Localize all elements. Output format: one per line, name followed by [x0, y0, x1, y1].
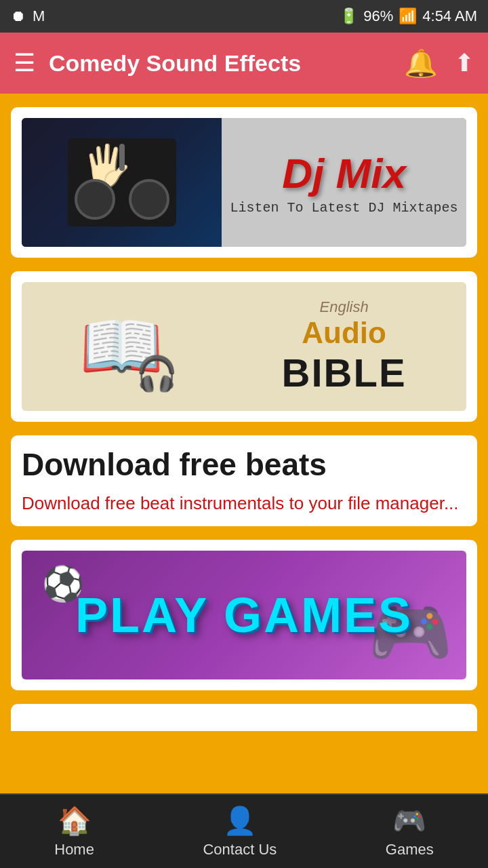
dj-console: 🖐	[68, 138, 176, 226]
header-icons: 🔔 ⬆	[404, 47, 474, 79]
games-banner: ⚽ PLAY GAMES 🎮	[22, 551, 466, 679]
home-icon: 🏠	[58, 805, 92, 837]
bible-title-label: BIBLE	[282, 350, 407, 395]
status-left: ⏺ M	[11, 7, 45, 25]
dj-mix-banner: 🖐 Dj Mix Listen To Latest DJ Mixtapes	[22, 118, 466, 247]
contact-label: Contact Us	[203, 841, 277, 859]
games-title: PLAY GAMES	[75, 587, 413, 643]
gmail-icon: M	[33, 7, 45, 25]
status-right: 🔋 96% 📶 4:54 AM	[340, 7, 477, 25]
dj-mix-card[interactable]: 🖐 Dj Mix Listen To Latest DJ Mixtapes	[11, 107, 477, 258]
dj-mix-left: 🖐	[22, 118, 222, 247]
notification-icon[interactable]: 🔔	[404, 47, 438, 79]
battery-icon: 🔋	[340, 7, 358, 25]
dj-mix-title: Dj Mix	[282, 149, 406, 197]
bible-left: 📖 🎧	[22, 282, 222, 411]
audio-bible-card[interactable]: 📖 🎧 English Audio BIBLE	[11, 271, 477, 422]
nav-home[interactable]: 🏠 Home	[54, 805, 94, 859]
home-label: Home	[54, 841, 94, 859]
status-bar: ⏺ M 🔋 96% 📶 4:54 AM	[0, 0, 488, 33]
nav-contact-us[interactable]: 👤 Contact Us	[203, 805, 277, 859]
play-games-card[interactable]: ⚽ PLAY GAMES 🎮	[11, 540, 477, 690]
nav-games[interactable]: 🎮 Games	[386, 805, 434, 859]
signal-icon: 📶	[399, 7, 417, 25]
header-left: ☰ Comedy Sound Effects	[14, 49, 301, 77]
beats-title: Download free beats	[22, 446, 466, 483]
bottom-nav: 🏠 Home 👤 Contact Us 🎮 Games	[0, 793, 488, 868]
dj-mix-right: Dj Mix Listen To Latest DJ Mixtapes	[222, 118, 466, 247]
contact-icon: 👤	[223, 805, 257, 837]
bible-audio-label: Audio	[302, 316, 386, 350]
games-label: Games	[386, 841, 434, 859]
share-icon[interactable]: ⬆	[454, 49, 474, 77]
bible-right: English Audio BIBLE	[222, 298, 466, 395]
beats-description: Download free beat instrumentals to your…	[22, 491, 466, 515]
partial-card	[11, 704, 477, 731]
games-icon: 🎮	[392, 805, 426, 837]
app-title: Comedy Sound Effects	[49, 50, 301, 77]
app-header: ☰ Comedy Sound Effects 🔔 ⬆	[0, 33, 488, 94]
free-beats-card[interactable]: Download free beats Download free beat i…	[11, 435, 477, 526]
headphones-icon: 🎧	[136, 354, 178, 393]
main-content: 🖐 Dj Mix Listen To Latest DJ Mixtapes 📖	[0, 94, 488, 793]
time-display: 4:54 AM	[422, 7, 477, 25]
dj-mix-subtitle: Listen To Latest DJ Mixtapes	[230, 200, 458, 216]
bible-english-label: English	[320, 298, 369, 316]
record-icon: ⏺	[11, 7, 26, 25]
bible-banner: 📖 🎧 English Audio BIBLE	[22, 282, 466, 411]
battery-percent: 96%	[363, 7, 393, 25]
menu-icon[interactable]: ☰	[14, 49, 35, 77]
